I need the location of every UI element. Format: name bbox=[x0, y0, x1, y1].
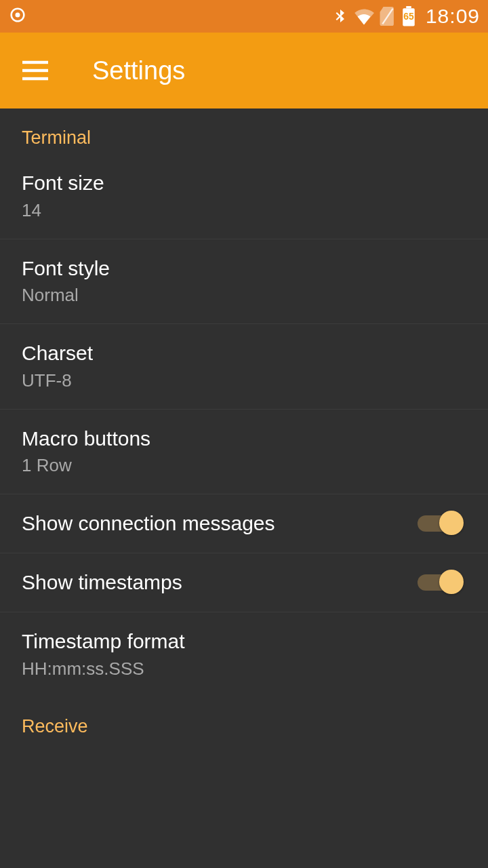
setting-title: Show timestamps bbox=[22, 571, 418, 593]
setting-title: Font style bbox=[22, 256, 466, 281]
setting-title: Show connection messages bbox=[22, 512, 418, 534]
setting-value: UTF-8 bbox=[22, 370, 466, 391]
setting-value: 14 bbox=[22, 200, 466, 221]
settings-list: Terminal Font size 14 Font style Normal … bbox=[0, 108, 488, 743]
battery-icon: 65 bbox=[401, 6, 416, 26]
setting-font-style[interactable]: Font style Normal bbox=[0, 239, 488, 325]
hamburger-icon bbox=[22, 60, 48, 81]
setting-value: 1 Row bbox=[22, 455, 466, 476]
section-terminal: Terminal bbox=[0, 108, 488, 154]
svg-point-1 bbox=[16, 13, 20, 18]
target-icon bbox=[8, 5, 27, 27]
svg-rect-6 bbox=[22, 61, 48, 64]
status-clock: 18:09 bbox=[426, 5, 480, 28]
setting-show-connection[interactable]: Show connection messages bbox=[0, 494, 488, 553]
app-bar: Settings bbox=[0, 33, 488, 108]
setting-value: Normal bbox=[22, 285, 466, 306]
menu-button[interactable] bbox=[20, 56, 50, 85]
svg-rect-8 bbox=[22, 77, 48, 80]
section-receive: Receive bbox=[0, 697, 488, 743]
toggle-show-timestamps[interactable] bbox=[418, 570, 462, 594]
setting-charset[interactable]: Charset UTF-8 bbox=[0, 324, 488, 410]
setting-macro-buttons[interactable]: Macro buttons 1 Row bbox=[0, 410, 488, 495]
setting-value: HH:mm:ss.SSS bbox=[22, 658, 466, 679]
page-title: Settings bbox=[92, 56, 185, 85]
setting-title: Charset bbox=[22, 340, 466, 366]
setting-font-size[interactable]: Font size 14 bbox=[0, 154, 488, 239]
sim-icon bbox=[380, 7, 396, 26]
setting-title: Timestamp format bbox=[22, 629, 466, 654]
wifi-icon bbox=[354, 7, 374, 25]
setting-title: Font size bbox=[22, 170, 466, 196]
svg-text:65: 65 bbox=[403, 12, 414, 22]
setting-show-timestamps[interactable]: Show timestamps bbox=[0, 553, 488, 612]
svg-rect-7 bbox=[22, 69, 48, 72]
setting-title: Macro buttons bbox=[22, 426, 466, 452]
svg-rect-3 bbox=[406, 6, 411, 8]
status-bar: 65 18:09 bbox=[0, 0, 488, 33]
bluetooth-icon bbox=[332, 7, 348, 26]
toggle-show-connection[interactable] bbox=[418, 511, 462, 535]
setting-timestamp-format[interactable]: Timestamp format HH:mm:ss.SSS bbox=[0, 612, 488, 697]
